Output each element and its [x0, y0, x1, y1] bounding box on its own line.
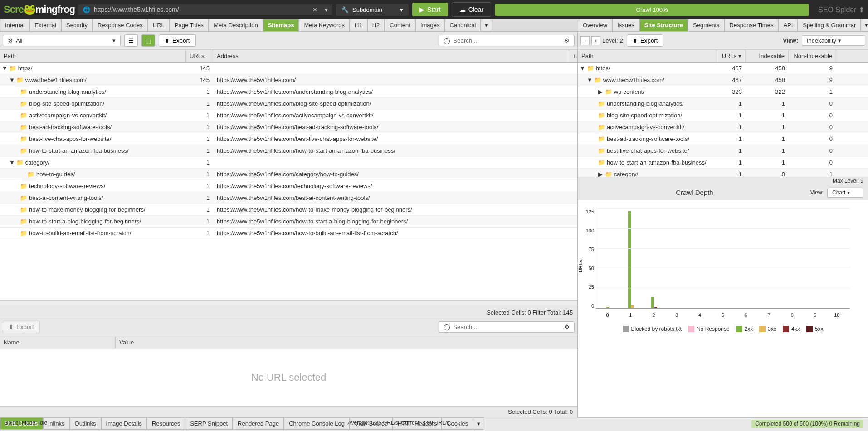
tree-toggle-icon[interactable]: ▼	[2, 65, 7, 72]
legend-item[interactable]: 5xx	[806, 326, 824, 332]
tab-h2[interactable]: H2	[367, 19, 385, 31]
table-row[interactable]: ▼ 📁https/145	[0, 63, 577, 74]
table-row[interactable]: 📁understanding-blog-analytics/1https://w…	[0, 86, 577, 98]
table-row[interactable]: ▼ 📁www.the5w1hfiles.com/145https://www.t…	[0, 74, 577, 86]
table-row[interactable]: 📁how-to-guides/1https://www.the5w1hfiles…	[0, 169, 577, 180]
btab-overflow[interactable]: ▾	[473, 417, 484, 430]
table-row[interactable]: ▶ 📁category/101	[578, 169, 868, 177]
tree-toggle-icon[interactable]: ▼	[587, 77, 592, 83]
rtab-issues[interactable]: Issues	[612, 19, 639, 31]
table-row[interactable]: 📁best-ad-tracking-software-tools/1https:…	[0, 121, 577, 133]
tab-internal[interactable]: Internal	[0, 19, 29, 31]
table-row[interactable]: 📁best-live-chat-apps-for-website/1https:…	[0, 133, 577, 145]
col-address[interactable]: Address	[213, 50, 569, 62]
table-row[interactable]: 📁activecampaign-vs-convertkit/1https://w…	[0, 110, 577, 121]
add-col-button[interactable]: +	[569, 50, 577, 62]
url-input-container[interactable]: 🌐 ✕ ▾	[78, 4, 332, 15]
clear-url-icon[interactable]: ✕	[312, 6, 317, 13]
tab-response-codes[interactable]: Response Codes	[93, 19, 148, 31]
tree-view-button[interactable]: ⬚	[141, 34, 155, 47]
detail-col-name[interactable]: Name	[0, 336, 116, 349]
legend-item[interactable]: 2xx	[736, 326, 753, 332]
right-grid[interactable]: Path URLs ▾ Indexable Non-Indexable ▼ 📁h…	[578, 50, 868, 177]
table-row[interactable]: 📁how-to-build-an-email-list-from-scratch…	[0, 228, 577, 239]
table-row[interactable]: 📁understanding-blog-analytics/110	[578, 98, 868, 110]
tab-meta-description[interactable]: Meta Description	[209, 19, 263, 31]
level-minus[interactable]: −	[580, 36, 590, 45]
table-row[interactable]: 📁best-live-chat-apps-for-website/110	[578, 145, 868, 157]
right-export-button[interactable]: ⬆ Export	[627, 34, 664, 47]
tree-toggle-icon[interactable]: ▼	[580, 65, 585, 72]
table-row[interactable]: 📁blog-site-speed-optimization/1https://w…	[0, 98, 577, 110]
r-col-non[interactable]: Non-Indexable	[789, 50, 836, 62]
table-row[interactable]: ▼ 📁category/1	[0, 157, 577, 169]
table-row[interactable]: 📁best-ai-content-writing-tools/1https://…	[0, 192, 577, 204]
tab-images[interactable]: Images	[415, 19, 445, 31]
tree-toggle-icon[interactable]: ▶	[598, 88, 603, 95]
legend-item[interactable]: Blocked by robots.txt	[623, 326, 682, 332]
btab-serp-snippet[interactable]: SERP Snippet	[185, 417, 233, 430]
tab-canonical[interactable]: Canonical	[445, 19, 481, 31]
tree-toggle-icon[interactable]: ▼	[9, 77, 15, 83]
detail-search[interactable]: ◯ ⚙	[439, 321, 575, 333]
col-urls[interactable]: URLs	[186, 50, 213, 62]
search-input[interactable]	[453, 37, 561, 44]
table-row[interactable]: ▼ 📁www.the5w1hfiles.com/4674589	[578, 74, 868, 86]
r-col-indexable[interactable]: Indexable	[746, 50, 789, 62]
table-row[interactable]: 📁blog-site-speed-optimization/110	[578, 110, 868, 121]
h-scrollbar[interactable]	[0, 300, 577, 307]
tab-page-titles[interactable]: Page Titles	[170, 19, 209, 31]
tab-meta-keywords[interactable]: Meta Keywords	[299, 19, 350, 31]
tab-external[interactable]: External	[29, 19, 61, 31]
r-col-urls[interactable]: URLs ▾	[716, 50, 746, 62]
table-row[interactable]: 📁how-to-make-money-blogging-for-beginner…	[0, 204, 577, 216]
start-button[interactable]: ▶ Start	[412, 3, 448, 16]
legend-item[interactable]: 4xx	[783, 326, 800, 332]
btab-rendered-page[interactable]: Rendered Page	[233, 417, 284, 430]
rtab-response-times[interactable]: Response Times	[725, 19, 779, 31]
list-view-button[interactable]: ☰	[124, 34, 138, 47]
btab-outlinks[interactable]: Outlinks	[70, 417, 101, 430]
clear-button[interactable]: ☁ Clear	[452, 2, 491, 17]
url-input[interactable]	[94, 6, 309, 13]
chart-view-select[interactable]: Chart ▾	[827, 188, 863, 198]
table-row[interactable]: 📁best-ad-tracking-software-tools/110	[578, 133, 868, 145]
table-row[interactable]: ▼ 📁https/4674589	[578, 63, 868, 74]
legend-item[interactable]: No Response	[688, 326, 730, 332]
tab-h1[interactable]: H1	[350, 19, 367, 31]
rtab-spelling-&-grammar[interactable]: Spelling & Grammar	[798, 19, 861, 31]
col-path[interactable]: Path	[0, 50, 186, 62]
btab-image-details[interactable]: Image Details	[101, 417, 147, 430]
rtab-overview[interactable]: Overview	[578, 19, 612, 31]
left-grid[interactable]: Path URLs Address + ▼ 📁https/145▼ 📁www.t…	[0, 50, 577, 300]
rtab-site-structure[interactable]: Site Structure	[639, 19, 688, 31]
detail-col-value[interactable]: Value	[116, 336, 577, 349]
search-box[interactable]: ◯ ⚙	[439, 35, 575, 46]
tab-overflow[interactable]: ▾	[481, 19, 492, 31]
tree-toggle-icon[interactable]: ▼	[9, 159, 15, 166]
table-row[interactable]: 📁how-to-start-an-amazon-fba-business/110	[578, 157, 868, 169]
r-col-path[interactable]: Path	[578, 50, 716, 62]
table-row[interactable]: 📁activecampaign-vs-convertkit/110	[578, 121, 868, 133]
table-row[interactable]: 📁how-to-start-an-amazon-fba-business/1ht…	[0, 145, 577, 157]
url-dropdown-icon[interactable]: ▾	[325, 6, 328, 13]
view-select[interactable]: Indexability ▾	[802, 35, 865, 46]
tab-sitemaps[interactable]: Sitemaps	[263, 19, 299, 31]
rtab-overflow[interactable]: ▾	[861, 19, 868, 31]
table-row[interactable]: 📁how-to-start-a-blog-blogging-for-beginn…	[0, 216, 577, 228]
level-plus[interactable]: +	[591, 36, 600, 45]
rtab-api[interactable]: API	[778, 19, 798, 31]
tab-security[interactable]: Security	[61, 19, 93, 31]
btab-resources[interactable]: Resources	[147, 417, 185, 430]
table-row[interactable]: ▶ 📁wp-content/3233221	[578, 86, 868, 98]
rtab-segments[interactable]: Segments	[688, 19, 725, 31]
filter-select[interactable]: ⚙ All▾	[3, 35, 121, 46]
tree-toggle-icon[interactable]: ▶	[598, 171, 603, 177]
tab-url[interactable]: URL	[148, 19, 170, 31]
scope-select[interactable]: 🔧 Subdomain▾	[336, 4, 409, 16]
export-button[interactable]: ⬆ Export	[159, 34, 196, 47]
tab-content[interactable]: Content	[385, 19, 415, 31]
legend-item[interactable]: 3xx	[759, 326, 776, 332]
btab-chrome-console-log[interactable]: Chrome Console Log	[284, 417, 350, 430]
table-row[interactable]: 📁technology-software-reviews/1https://ww…	[0, 180, 577, 192]
